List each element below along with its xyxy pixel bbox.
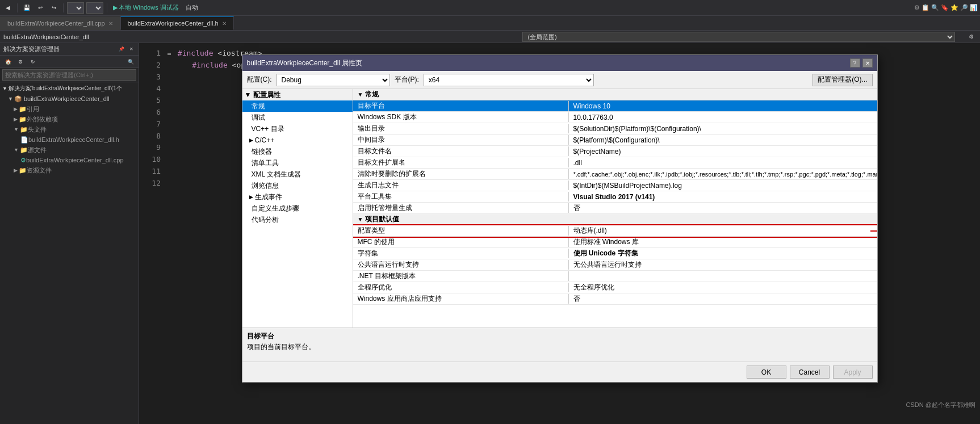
prop-tree-vc[interactable]: VC++ 目录: [242, 123, 353, 135]
general-section-label: 常规: [365, 90, 379, 99]
prop-tree-build-events[interactable]: ▶ 生成事件: [242, 191, 353, 203]
solution-node[interactable]: ▼ 解决方案'buildExtraWorkpieceCenter_dll'(1个: [0, 83, 139, 94]
dialog-config-bar: 配置(C): Debug 平台(P): x64 配置管理器(O)...: [242, 71, 877, 89]
prop-tree-analysis[interactable]: 代码分析: [242, 214, 353, 225]
mfc-use-value: 使用标准 Windows 库: [569, 237, 877, 247]
ref-label: 引用: [27, 105, 39, 114]
general-toggle[interactable]: ▼: [358, 91, 363, 98]
prop-desc: 目标平台 项目的当前目标平台。: [242, 328, 877, 362]
mfc-use-name: MFC 的使用: [353, 237, 569, 247]
config-type-name: 配置类型: [353, 226, 569, 236]
prop-managed-incremental[interactable]: 启用托管增量生成 否: [353, 203, 877, 214]
run-btn[interactable]: ▶ 本地 Windows 调试器: [111, 3, 181, 12]
win-store-name: Windows 应用商店应用支持: [353, 294, 569, 304]
sidebar-search-input[interactable]: [2, 69, 136, 81]
wpo-name: 全程序优化: [353, 283, 569, 292]
target-name-name: 目标文件名: [353, 146, 569, 156]
prop-net-framework[interactable]: .NET 目标框架版本: [353, 271, 877, 282]
tree-source-file[interactable]: ⚙ buildExtraWorkpieceCenter_dll.cpp: [0, 155, 139, 165]
defaults-section-header: ▼ 项目默认值: [353, 214, 877, 225]
prop-target-platform[interactable]: 目标平台 Windows 10: [353, 100, 877, 112]
hdr-arrow: ▼: [14, 127, 19, 132]
tree-sources[interactable]: ▼ 📁 源文件: [0, 145, 139, 155]
ext-label: 外部依赖项: [27, 115, 58, 124]
prop-output-dir[interactable]: 输出目录 $(SolutionDir)$(Platform)\$(Configu…: [353, 123, 877, 135]
target-name-value: $(ProjectName): [569, 148, 877, 156]
sep1: [17, 3, 18, 12]
sidebar-close-btn[interactable]: ✕: [127, 45, 135, 53]
config-mgr-btn[interactable]: 配置管理器(O)...: [813, 74, 872, 86]
res-label: 资源文件: [27, 166, 52, 175]
prop-build-log[interactable]: 生成日志文件 $(IntDir)$(MSBuildProjectName).lo…: [353, 180, 877, 191]
tab-cpp[interactable]: buildExtraWorkpieceCenter_dll.cpp ✕: [0, 16, 120, 30]
managed-inc-name: 启用托管增量生成: [353, 203, 569, 213]
prop-charset[interactable]: 字符集 使用 Unicode 字符集: [353, 248, 877, 259]
linker-label: 链接器: [252, 147, 272, 157]
prop-target-ext[interactable]: 目标文件扩展名 .dll: [353, 157, 877, 169]
hfile-label: buildExtraWorkpieceCenter_dll.h: [28, 136, 119, 143]
tab-h-close[interactable]: ✕: [222, 20, 227, 27]
general-section-header: ▼ 常规: [353, 89, 877, 100]
tab-h[interactable]: buildExtraWorkpieceCenter_dll.h ✕: [120, 16, 234, 30]
sidebar-filter-btn[interactable]: 🔍: [125, 56, 136, 68]
defaults-section-label: 项目默认值: [365, 215, 399, 224]
dialog-footer: OK Cancel Apply: [242, 362, 877, 382]
target-platform-value: Windows 10: [569, 102, 877, 110]
tab-cpp-close[interactable]: ✕: [108, 20, 113, 27]
tree-ext-deps[interactable]: ▶ 📁 外部依赖项: [0, 114, 139, 124]
build-events-label: 生成事件: [255, 192, 282, 202]
clean-ext-name: 清除时要删除的扩展名: [353, 169, 569, 179]
dialog-close-btn[interactable]: ✕: [862, 58, 873, 68]
res-icon: 📁: [19, 167, 27, 174]
cancel-button[interactable]: Cancel: [790, 366, 830, 379]
save-btn[interactable]: 💾: [21, 2, 32, 14]
prop-wpo[interactable]: 全程序优化 无全程序优化: [353, 282, 877, 293]
scope-dropdown[interactable]: (全局范围): [522, 32, 955, 42]
prop-platform-toolset[interactable]: 平台工具集 Visual Studio 2017 (v141): [353, 191, 877, 203]
redo-btn[interactable]: ↪: [48, 2, 60, 14]
prop-clean-ext[interactable]: 清除时要删除的扩展名 *.cdf;*.cache;*.obj;*.obj.enc…: [353, 169, 877, 180]
prop-tree-xml[interactable]: XML 文档生成器: [242, 169, 353, 180]
undo-btn[interactable]: ↩: [35, 2, 46, 14]
prop-win-store[interactable]: Windows 应用商店应用支持 否: [353, 293, 877, 305]
platform-p-select[interactable]: x64: [424, 74, 594, 86]
prop-clr-support[interactable]: 公共语言运行时支持 无公共语言运行时支持: [353, 259, 877, 271]
prop-tree-manifest[interactable]: 清单工具: [242, 157, 353, 169]
ok-button[interactable]: OK: [747, 366, 786, 379]
defaults-toggle[interactable]: ▼: [358, 216, 363, 223]
prop-tree-cpp[interactable]: ▶ C/C++: [242, 135, 353, 146]
build-events-arrow: ▶: [249, 194, 253, 200]
config-dropdown[interactable]: Debug: [67, 2, 84, 14]
sfile-label: buildExtraWorkpieceCenter_dll.cpp: [26, 157, 124, 163]
project-node[interactable]: ▼ 📦 buildExtraWorkpieceCenter_dll: [0, 94, 139, 104]
nav-back-btn[interactable]: ◀: [2, 2, 14, 14]
prop-tree-linker[interactable]: 链接器: [242, 146, 353, 157]
prop-target-name[interactable]: 目标文件名 $(ProjectName): [353, 146, 877, 157]
config-c-select[interactable]: Debug: [277, 74, 390, 86]
sidebar-pin-btn[interactable]: 📌: [118, 45, 125, 53]
ref-arrow: ▶: [14, 106, 18, 112]
address-settings[interactable]: ⚙: [965, 31, 977, 43]
tree-header-file[interactable]: 📄 buildExtraWorkpieceCenter_dll.h: [0, 135, 139, 145]
platform-dropdown[interactable]: x64: [86, 2, 103, 14]
dialog-help-btn[interactable]: ?: [850, 58, 860, 68]
prop-mfc-use[interactable]: MFC 的使用 使用标准 Windows 库: [353, 237, 877, 248]
prop-section-config[interactable]: ▼ 配置属性: [242, 89, 353, 100]
tree-ref[interactable]: ▶ 📁 引用: [0, 104, 139, 114]
prop-int-dir[interactable]: 中间目录 $(Platform)\$(Configuration)\: [353, 135, 877, 146]
sidebar-home-btn[interactable]: 🏠: [2, 56, 14, 68]
project-arrow: ▼: [8, 96, 13, 102]
prop-config-type[interactable]: 配置类型 动态库(.dll): [353, 225, 877, 237]
tree-headers[interactable]: ▼ 📁 头文件: [0, 124, 139, 135]
prop-tree-browse[interactable]: 浏览信息: [242, 180, 353, 191]
prop-tree-debug[interactable]: 调试: [242, 112, 353, 123]
prop-tree-custom-build[interactable]: 自定义生成步骤: [242, 203, 353, 214]
cpp-arrow: ▶: [249, 137, 253, 143]
prop-tree-general[interactable]: 常规: [242, 100, 353, 112]
prop-sdk-version[interactable]: Windows SDK 版本 10.0.17763.0: [353, 112, 877, 123]
apply-button[interactable]: Apply: [833, 366, 873, 379]
tree-resources[interactable]: ▶ 📁 资源文件: [0, 165, 139, 175]
sidebar-nav-btn[interactable]: ⚙: [15, 56, 26, 68]
sidebar-refresh-btn[interactable]: ↻: [27, 56, 39, 68]
watermark: CSDN @起个名字都难啊: [906, 401, 975, 409]
